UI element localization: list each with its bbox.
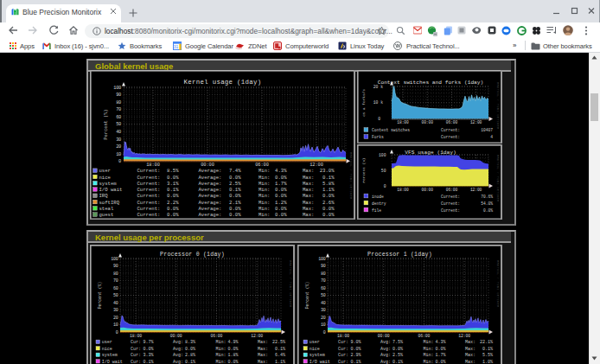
svg-text:06:00: 06:00: [210, 334, 222, 338]
svg-text:22.5%: 22.5%: [272, 340, 285, 345]
svg-text:6.4%: 6.4%: [275, 353, 285, 358]
svg-text:100: 100: [379, 153, 386, 157]
svg-text:30: 30: [113, 308, 118, 313]
svg-text:1.0%: 1.0%: [482, 360, 493, 364]
svg-text:100: 100: [111, 257, 118, 262]
svg-text:Min:: Min:: [259, 200, 270, 206]
svg-text:IRQ: IRQ: [99, 193, 109, 199]
svg-text:Min:: Min:: [259, 175, 270, 181]
svg-text:user: user: [102, 340, 112, 345]
svg-text:0.1%: 0.1%: [482, 347, 493, 352]
svg-text:system: system: [102, 353, 118, 358]
svg-text:RRDTOOL / TOBI OETIKER: RRDTOOL / TOBI OETIKER: [496, 260, 500, 308]
svg-text:10: 10: [116, 152, 121, 157]
svg-text:Max:: Max:: [303, 193, 314, 199]
svg-text:Current:: Current:: [441, 208, 460, 213]
svg-text:06:00: 06:00: [446, 120, 458, 125]
svg-text:50: 50: [321, 293, 326, 298]
svg-text:8.3%: 8.3%: [185, 340, 195, 345]
svg-text:12:00: 12:00: [458, 334, 470, 338]
svg-text:22.1%: 22.1%: [480, 340, 493, 345]
svg-text:80: 80: [116, 100, 121, 105]
svg-text:20 k: 20 k: [373, 85, 383, 89]
svg-text:user: user: [99, 168, 111, 174]
svg-text:0.0%: 0.0%: [275, 175, 287, 181]
svg-text:90: 90: [113, 264, 118, 269]
svg-text:0.0%: 0.0%: [435, 360, 445, 364]
svg-text:Forks: Forks: [372, 135, 384, 139]
svg-text:Average:: Average:: [199, 206, 222, 212]
svg-text:Min:: Min:: [259, 187, 270, 193]
svg-text:2.8%: 2.8%: [185, 353, 195, 358]
svg-text:20: 20: [116, 144, 121, 150]
svg-text:RRDTOOL / TOBI OETIKER: RRDTOOL / TOBI OETIKER: [496, 82, 500, 130]
svg-text:8.5%: 8.5%: [167, 168, 179, 174]
svg-text:Max:: Max:: [303, 181, 314, 187]
svg-text:70: 70: [321, 278, 326, 284]
svg-text:Cur:: Cur:: [338, 353, 348, 358]
svg-text:0.1%: 0.1%: [275, 347, 285, 352]
svg-text:Average:: Average:: [199, 212, 222, 218]
svg-text:90: 90: [116, 93, 121, 98]
svg-text:0.1%: 0.1%: [322, 175, 335, 181]
svg-text:Cur:: Cur:: [338, 340, 348, 345]
svg-text:0.0%: 0.0%: [275, 206, 287, 212]
svg-text:Min:: Min:: [216, 360, 227, 364]
svg-text:user: user: [310, 340, 320, 345]
svg-text:inode: inode: [372, 195, 384, 199]
svg-text:0.0%: 0.0%: [229, 212, 241, 218]
svg-text:1.7%: 1.7%: [435, 353, 445, 358]
svg-text:40: 40: [321, 301, 326, 306]
svg-text:4.3%: 4.3%: [435, 340, 445, 345]
svg-text:00:00: 00:00: [422, 120, 434, 125]
svg-text:60: 60: [116, 115, 121, 120]
svg-text:Max:: Max:: [258, 360, 268, 364]
svg-text:I/O wait: I/O wait: [99, 187, 123, 193]
svg-text:0.0%: 0.0%: [275, 187, 287, 193]
svg-text:Min:: Min:: [216, 353, 227, 358]
svg-text:00:00: 00:00: [378, 334, 390, 338]
svg-text:guest: guest: [99, 212, 114, 218]
svg-text:70: 70: [113, 278, 118, 284]
svg-text:23.0%: 23.0%: [320, 168, 335, 174]
svg-text:0.0%: 0.0%: [167, 193, 179, 199]
svg-text:Current:: Current:: [137, 200, 161, 206]
svg-text:9.0%: 9.0%: [350, 340, 361, 345]
svg-text:1.7%: 1.7%: [275, 181, 287, 187]
svg-text:4.9%: 4.9%: [227, 340, 238, 345]
svg-text:60: 60: [113, 286, 118, 291]
svg-text:100: 100: [318, 257, 326, 262]
svg-text:Current:: Current:: [137, 175, 161, 181]
svg-text:12:00: 12:00: [310, 163, 323, 168]
svg-text:RRDTOOL / TOBI OETIKER: RRDTOOL / TOBI OETIKER: [289, 260, 292, 308]
svg-text:Max:: Max:: [303, 175, 314, 181]
svg-text:0.0%: 0.0%: [322, 212, 335, 218]
svg-text:Max:: Max:: [258, 340, 268, 345]
svg-text:Average:: Average:: [199, 181, 222, 187]
svg-text:Cur:: Cur:: [131, 353, 141, 358]
svg-text:Min:: Min:: [216, 340, 227, 345]
svg-text:0.1%: 0.1%: [185, 360, 195, 364]
svg-text:I/O wait: I/O wait: [310, 360, 330, 364]
svg-text:3.1%: 3.1%: [167, 181, 179, 187]
svg-text:Percent (%): Percent (%): [361, 158, 366, 183]
svg-text:RRDTOOL / TOBI OETIKER: RRDTOOL / TOBI OETIKER: [349, 152, 353, 200]
svg-text:40: 40: [113, 301, 118, 306]
svg-text:70.6%: 70.6%: [481, 195, 493, 199]
svg-text:RRDTOOL / TOBI OETIKER: RRDTOOL / TOBI OETIKER: [496, 155, 500, 202]
svg-text:0.0%: 0.0%: [275, 193, 287, 199]
svg-text:0.1%: 0.1%: [229, 187, 241, 193]
svg-text:0.0%: 0.0%: [229, 206, 241, 212]
svg-text:12:00: 12:00: [470, 120, 482, 125]
svg-text:Cur:: Cur:: [131, 347, 141, 352]
svg-text:0: 0: [116, 330, 118, 335]
svg-text:Avg:: Avg:: [380, 340, 391, 345]
svg-text:50: 50: [113, 293, 118, 298]
svg-text:Cur:: Cur:: [338, 360, 348, 364]
svg-text:0: 0: [118, 159, 121, 164]
svg-text:Max:: Max:: [258, 347, 268, 352]
svg-text:80: 80: [113, 271, 118, 277]
svg-text:5.5%: 5.5%: [482, 353, 493, 358]
svg-text:Avg:: Avg:: [173, 340, 183, 345]
svg-text:10407: 10407: [481, 128, 493, 132]
